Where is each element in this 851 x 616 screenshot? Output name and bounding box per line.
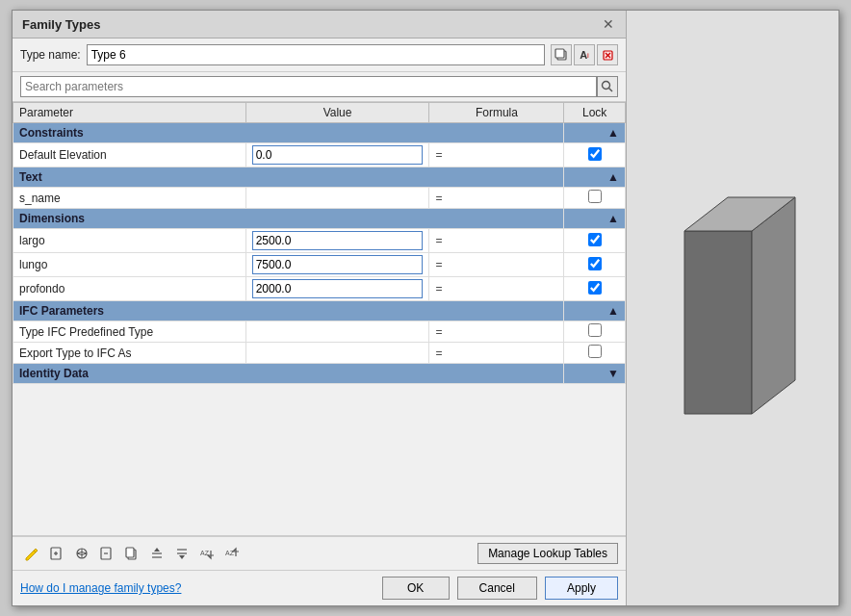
col-lock: Lock — [564, 103, 626, 123]
apply-button[interactable]: Apply — [545, 577, 618, 600]
remove-param-button[interactable] — [95, 542, 118, 565]
table-row: Export Type to IFC As= — [13, 343, 626, 364]
new-param-button[interactable] — [45, 542, 68, 565]
lock-checkbox[interactable] — [588, 147, 602, 161]
shared-param-button[interactable] — [70, 542, 93, 565]
value-input[interactable] — [252, 145, 424, 165]
lock-checkbox[interactable] — [588, 281, 602, 295]
param-cell: Export Type to IFC As — [13, 343, 246, 364]
cancel-button[interactable]: Cancel — [457, 577, 537, 600]
section-collapse[interactable]: ▲ — [564, 123, 626, 143]
section-row: Dimensions ▲ — [13, 209, 626, 229]
table-row: Type IFC Predefined Type= — [13, 321, 626, 343]
svg-rect-1 — [555, 49, 564, 58]
type-name-select[interactable]: Type 6 — [87, 44, 545, 65]
formula-cell: = — [429, 277, 564, 301]
lock-cell[interactable] — [564, 229, 626, 253]
section-label: Text — [13, 167, 564, 188]
table-row: largo= — [13, 229, 626, 253]
value-cell[interactable] — [245, 143, 429, 167]
lock-cell[interactable] — [564, 143, 626, 167]
param-cell: lungo — [13, 253, 246, 277]
manage-lookup-button[interactable]: Manage Lookup Tables — [477, 543, 618, 564]
parameters-table-container: Parameter Value Formula Lock Constraints… — [13, 102, 626, 536]
section-collapse[interactable]: ▼ — [564, 364, 626, 384]
delete-type-button[interactable] — [597, 44, 618, 65]
type-name-row: Type name: Type 6 A i — [13, 38, 626, 72]
lock-cell[interactable] — [564, 277, 626, 301]
col-value: Value — [245, 103, 429, 123]
table-header-row: Parameter Value Formula Lock — [13, 103, 626, 123]
ok-button[interactable]: OK — [382, 577, 450, 600]
svg-rect-15 — [126, 548, 134, 557]
move-down-button[interactable] — [170, 542, 193, 565]
3d-box-svg — [656, 173, 810, 443]
value-input[interactable] — [252, 279, 424, 298]
search-input[interactable] — [20, 76, 597, 97]
search-row — [13, 72, 626, 102]
section-label: Dimensions — [13, 209, 564, 229]
duplicate-type-button[interactable] — [551, 44, 572, 65]
value-input[interactable] — [252, 255, 424, 274]
dialog-buttons: OK Cancel Apply — [382, 577, 618, 600]
param-cell: Type IFC Predefined Type — [13, 321, 246, 343]
lock-cell[interactable] — [564, 321, 626, 343]
param-cell: Default Elevation — [13, 143, 246, 167]
value-input[interactable] — [252, 231, 424, 250]
title-bar: Family Types ✕ — [13, 11, 626, 38]
sort-az-up-button[interactable]: AZ — [195, 542, 219, 565]
lock-cell[interactable] — [564, 343, 626, 364]
param-cell: s_name — [13, 188, 246, 209]
section-label: IFC Parameters — [13, 301, 564, 321]
type-name-icons: A i — [551, 44, 618, 65]
value-cell[interactable] — [245, 253, 429, 277]
formula-cell: = — [429, 253, 564, 277]
search-button[interactable] — [597, 76, 618, 97]
table-row: profondo= — [13, 277, 626, 301]
svg-marker-23 — [752, 197, 795, 414]
section-label: Constraints — [13, 123, 564, 143]
lock-checkbox[interactable] — [588, 233, 602, 246]
rename-type-button[interactable]: A i — [574, 44, 595, 65]
value-cell[interactable] — [245, 343, 429, 364]
section-label: Identity Data — [13, 364, 564, 384]
type-name-label: Type name: — [20, 48, 81, 62]
col-formula: Formula — [429, 103, 564, 123]
value-cell[interactable] — [245, 188, 429, 209]
section-row: Text ▲ — [13, 167, 626, 188]
3d-preview — [627, 11, 838, 605]
close-button[interactable]: ✕ — [601, 16, 616, 32]
toolbar: AZ AZ Manage Lookup Tables — [13, 536, 626, 570]
lock-cell[interactable] — [564, 253, 626, 277]
move-up-button[interactable] — [145, 542, 168, 565]
section-collapse[interactable]: ▲ — [564, 167, 626, 188]
dialog-title: Family Types — [22, 17, 100, 32]
lock-checkbox[interactable] — [588, 257, 602, 270]
lock-checkbox[interactable] — [588, 190, 602, 203]
table-row: s_name= — [13, 188, 626, 209]
help-link[interactable]: How do I manage family types? — [20, 581, 181, 595]
lock-cell[interactable] — [564, 188, 626, 209]
svg-point-5 — [603, 82, 610, 90]
section-row: IFC Parameters ▲ — [13, 301, 626, 321]
edit-tool-button[interactable] — [20, 542, 43, 565]
value-cell[interactable] — [245, 321, 429, 343]
formula-cell: = — [429, 188, 564, 209]
section-collapse[interactable]: ▲ — [564, 301, 626, 321]
bottom-row: How do I manage family types? OK Cancel … — [13, 570, 626, 605]
duplicate-param-button[interactable] — [120, 542, 143, 565]
formula-cell: = — [429, 229, 564, 253]
lock-checkbox[interactable] — [588, 345, 602, 358]
formula-cell: = — [429, 343, 564, 364]
table-row: Default Elevation= — [13, 143, 626, 167]
table-row: lungo= — [13, 253, 626, 277]
section-row: Constraints ▲ — [13, 123, 626, 143]
value-cell[interactable] — [245, 229, 429, 253]
sort-az-down-button[interactable]: AZ — [220, 542, 244, 565]
param-cell: profondo — [13, 277, 246, 301]
section-collapse[interactable]: ▲ — [564, 209, 626, 229]
lock-checkbox[interactable] — [588, 323, 602, 337]
value-cell[interactable] — [245, 277, 429, 301]
svg-line-6 — [609, 89, 613, 92]
parameters-table: Parameter Value Formula Lock Constraints… — [13, 102, 626, 384]
